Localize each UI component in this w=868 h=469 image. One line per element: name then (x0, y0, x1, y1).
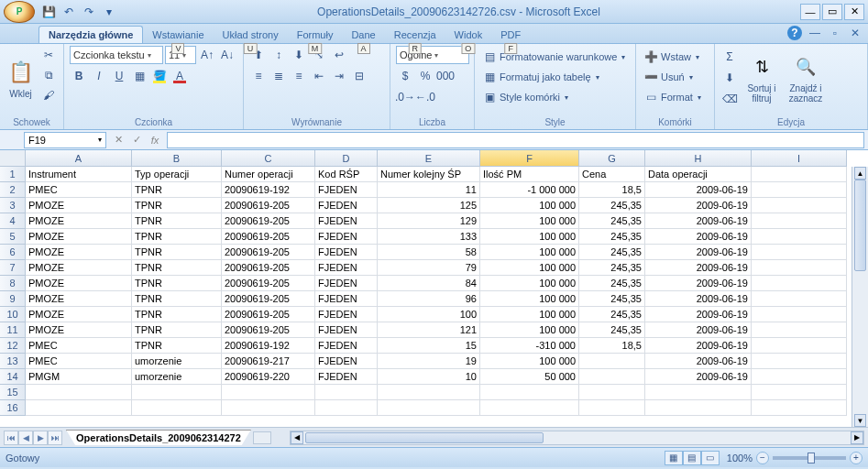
row-header-11[interactable]: 11 (0, 322, 26, 338)
cell[interactable]: 245,35 (579, 245, 645, 260)
minimize-ribbon-icon[interactable]: — (808, 26, 822, 40)
prev-sheet-icon[interactable]: ◀ (18, 431, 33, 445)
cell[interactable]: PMOZE (26, 307, 132, 322)
cell[interactable]: 20090619-205 (222, 307, 315, 322)
cell[interactable] (579, 385, 645, 400)
cell[interactable]: Instrument (26, 167, 132, 182)
align-center-icon[interactable]: ≣ (269, 67, 288, 85)
normal-view-icon[interactable]: ▦ (665, 451, 683, 465)
cell[interactable]: TPNR (132, 229, 222, 245)
page-break-view-icon[interactable]: ▭ (701, 451, 720, 465)
cell[interactable]: 2009-06-19 (645, 260, 752, 276)
col-header-G[interactable]: G (579, 150, 645, 167)
cell[interactable]: Ilość PM (480, 167, 579, 182)
save-icon[interactable]: 💾 (40, 4, 57, 20)
col-header-C[interactable]: C (222, 150, 315, 167)
row-header-5[interactable]: 5 (0, 229, 26, 245)
decrease-indent-icon[interactable]: ⇤ (310, 67, 328, 85)
select-all-corner[interactable] (0, 150, 26, 167)
row-header-6[interactable]: 6 (0, 245, 26, 260)
cell[interactable]: 20090619-205 (222, 198, 315, 213)
cell[interactable] (480, 400, 579, 416)
cell[interactable] (752, 291, 847, 307)
format-as-table-button[interactable]: ▦Formatuj jako tabelę▾ (480, 68, 601, 86)
cell[interactable] (579, 400, 645, 416)
cell[interactable]: 19 (378, 354, 480, 369)
tab-recenzja[interactable]: RecenzjaR (385, 27, 445, 43)
currency-icon[interactable]: $ (396, 67, 414, 85)
cell[interactable]: 100 000 (480, 229, 579, 245)
last-sheet-icon[interactable]: ⏭ (48, 431, 62, 445)
tab-pdf[interactable]: PDFF (491, 27, 530, 43)
cell[interactable]: PMGM (26, 369, 132, 385)
col-header-H[interactable]: H (645, 150, 752, 167)
number-format-combo[interactable]: Ogólne▾ (396, 46, 469, 64)
row-header-2[interactable]: 2 (0, 182, 26, 198)
cell[interactable]: TPNR (132, 213, 222, 229)
cell[interactable]: FJEDEN (315, 276, 378, 291)
fill-icon[interactable]: ⬇ (720, 69, 739, 87)
scroll-down-icon[interactable]: ▼ (854, 414, 866, 427)
cell[interactable] (752, 276, 847, 291)
cell[interactable] (378, 385, 480, 400)
name-box[interactable]: F19▾ (24, 132, 106, 148)
scroll-up-icon[interactable]: ▲ (854, 167, 866, 180)
cell[interactable]: PMOZE (26, 322, 132, 338)
tab-układ-strony[interactable]: Układ stronyU (214, 27, 288, 43)
fill-color-button[interactable]: 🪣 (150, 67, 169, 85)
cell[interactable]: -310 000 (480, 338, 579, 354)
office-button[interactable]: P (4, 1, 35, 23)
cell[interactable]: 129 (378, 213, 480, 229)
cell[interactable] (480, 385, 579, 400)
cell[interactable]: 18,5 (579, 338, 645, 354)
cell[interactable]: 10 (378, 369, 480, 385)
cell[interactable]: 125 (378, 198, 480, 213)
cell[interactable]: 2009-06-19 (645, 213, 752, 229)
delete-button[interactable]: ➖Usuń▾ (642, 68, 695, 86)
cell[interactable]: 96 (378, 291, 480, 307)
cell[interactable]: FJEDEN (315, 245, 378, 260)
cells-area[interactable]: InstrumentTyp operacjiNumer operacjiKod … (26, 167, 852, 427)
col-header-F[interactable]: F (480, 150, 579, 167)
enter-formula-icon[interactable]: ✓ (128, 132, 145, 148)
cell[interactable]: 20090619-205 (222, 229, 315, 245)
font-color-button[interactable]: A (170, 67, 189, 85)
cell[interactable]: 100 000 (480, 322, 579, 338)
row-header-16[interactable]: 16 (0, 400, 26, 416)
cell[interactable] (752, 400, 847, 416)
cell[interactable] (752, 229, 847, 245)
zoom-in-button[interactable]: + (850, 452, 863, 464)
cell[interactable]: PMOZE (26, 276, 132, 291)
cell[interactable]: 100 000 (480, 276, 579, 291)
undo-icon[interactable]: ↶ (60, 4, 77, 20)
cell[interactable] (222, 385, 315, 400)
col-header-B[interactable]: B (132, 150, 222, 167)
cell[interactable]: 20090619-205 (222, 276, 315, 291)
cell[interactable]: TPNR (132, 291, 222, 307)
cell[interactable] (752, 322, 847, 338)
cell[interactable] (752, 354, 847, 369)
help-icon[interactable]: ? (787, 26, 802, 40)
find-select-button[interactable]: 🔍 Znajdź i zaznacz (785, 46, 827, 110)
vertical-scrollbar[interactable]: ▲ ▼ (852, 167, 868, 427)
tab-narzędzia-główne[interactable]: Narzędzia główne (38, 26, 143, 43)
cell[interactable]: 58 (378, 245, 480, 260)
cell[interactable]: 50 000 (480, 369, 579, 385)
cell[interactable]: FJEDEN (315, 198, 378, 213)
insert-button[interactable]: ➕Wstaw▾ (642, 48, 701, 66)
zoom-level[interactable]: 100% (727, 453, 753, 464)
cell[interactable]: 20090619-192 (222, 338, 315, 354)
cell[interactable]: umorzenie (132, 354, 222, 369)
format-button[interactable]: ▭Format▾ (642, 88, 703, 106)
cell[interactable]: FJEDEN (315, 229, 378, 245)
horizontal-scrollbar[interactable]: ◀ ▶ (290, 431, 864, 445)
cell[interactable]: 20090619-205 (222, 291, 315, 307)
tab-dane[interactable]: DaneA (342, 27, 384, 43)
conditional-formatting-button[interactable]: ▤Formatowanie warunkowe▾ (480, 48, 627, 66)
align-left-icon[interactable]: ≡ (249, 67, 268, 85)
row-header-3[interactable]: 3 (0, 198, 26, 213)
cell[interactable]: 2009-06-19 (645, 322, 752, 338)
cell[interactable]: FJEDEN (315, 182, 378, 198)
cell[interactable]: FJEDEN (315, 260, 378, 276)
align-middle-icon[interactable]: ↕ (269, 46, 288, 64)
